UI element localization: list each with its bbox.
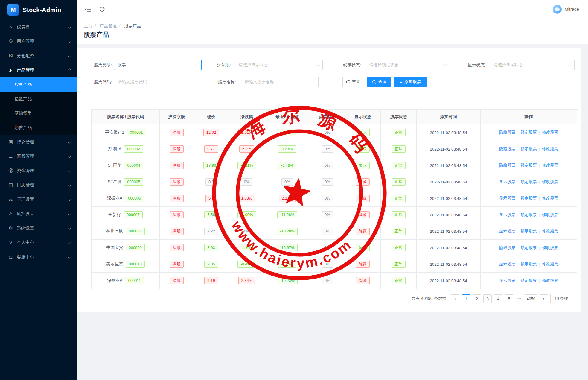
lock-stock-link[interactable]: 锁定股票 — [521, 262, 537, 267]
edit-stock-link[interactable]: 修改股票 — [542, 278, 558, 283]
edit-stock-link[interactable]: 修改股票 — [542, 179, 558, 185]
price-box-cell: 0.0 — [194, 174, 229, 190]
spread-cell: 0% — [310, 223, 345, 240]
sidebar-subitem[interactable]: 基础货币 — [0, 106, 77, 120]
chevron-down-icon — [68, 241, 71, 244]
sidebar-item[interactable]: ◭产品管理 — [0, 63, 77, 77]
page-size-select[interactable]: 10 条/页 — [550, 294, 577, 303]
breadcrumb-current: 股票产品 — [124, 23, 141, 28]
market-cell: 深股 — [160, 157, 194, 174]
sidebar-item[interactable]: ⚇用户管理 — [0, 34, 77, 48]
lock-stock-link[interactable]: 锁定股票 — [521, 130, 537, 135]
sidebar-item[interactable]: Ⓢ资金管理 — [0, 163, 77, 178]
refresh-icon[interactable] — [99, 7, 105, 12]
lock-stock-link[interactable]: 锁定股票 — [521, 229, 537, 234]
stock-name: 平安银行1 — [105, 130, 124, 135]
toggle-visibility-link[interactable]: 隐藏股票 — [499, 163, 515, 168]
page-button-2[interactable]: 2 — [473, 294, 481, 303]
stock-name-cell: 平安银行1000001 — [92, 124, 160, 141]
lock-stock-link[interactable]: 锁定股票 — [521, 278, 537, 283]
sidebar-item[interactable]: ⚲个人中心 — [0, 235, 77, 250]
hs-select[interactable]: 请选择显示状态 — [235, 60, 323, 70]
page-button-1[interactable]: 1 — [462, 294, 470, 303]
edit-stock-link[interactable]: 修改股票 — [542, 245, 558, 250]
sidebar-subitem[interactable]: 期货产品 — [0, 120, 77, 135]
page-ellipsis[interactable]: ••• — [516, 297, 523, 301]
lock-stock-link[interactable]: 锁定股票 — [521, 196, 537, 201]
edit-stock-link[interactable]: 修改股票 — [542, 196, 558, 201]
display-status-select[interactable]: 请选择显示状态 — [490, 60, 575, 70]
toggle-visibility-link[interactable]: 显示股票 — [499, 229, 515, 234]
toggle-visibility-link[interactable]: 显示股票 — [499, 278, 515, 283]
chevron-down-icon — [568, 63, 571, 66]
sidebar-subitem[interactable]: 股票产品 — [0, 77, 77, 92]
edit-stock-link[interactable]: 修改股票 — [542, 212, 558, 218]
sidebar-item[interactable]: ⚍新股管理 — [0, 149, 77, 163]
search-button[interactable]: 查询 — [367, 77, 391, 87]
sidebar-item[interactable]: ▤日志管理 — [0, 178, 77, 192]
toggle-visibility-link[interactable]: 隐藏股票 — [499, 130, 515, 135]
edit-stock-link[interactable]: 修改股票 — [542, 146, 558, 152]
lock-stock-link[interactable]: 锁定股票 — [521, 146, 537, 152]
stock-name: 中国宝安 — [106, 245, 123, 250]
spread-cell: 0% — [310, 174, 345, 190]
logs-icon: ▤ — [8, 182, 14, 188]
stock-code-tag: 000011 — [125, 277, 144, 284]
stock-name-cell: ST国华000004 — [92, 157, 160, 174]
lock-stock-link[interactable]: 锁定股票 — [521, 163, 537, 168]
stock-type-select[interactable]: 股票 — [114, 60, 202, 70]
lock-status-select[interactable]: 请选择锁定状态 — [365, 60, 450, 70]
reset-icon — [346, 80, 350, 84]
market-tag: 深股 — [170, 244, 184, 251]
page-buttons: 12345•••4050 — [462, 294, 537, 303]
sidebar-item[interactable]: ⚄分仓配资 — [0, 48, 77, 63]
stock-code-input[interactable] — [114, 77, 194, 87]
stock-status-tag: 正常 — [392, 162, 406, 169]
change-3d-box-cell: -11.26% — [265, 207, 310, 223]
lock-stock-link[interactable]: 锁定股票 — [521, 212, 537, 218]
stock-name-input[interactable] — [241, 77, 318, 87]
sidebar-submenu: 股票产品指数产品基础货币期货产品 — [0, 77, 77, 135]
prev-page-button[interactable]: ‹ — [451, 294, 459, 303]
page-button-4050[interactable]: 4050 — [525, 294, 537, 303]
sidebar-item[interactable]: ▣持仓管理 — [0, 135, 77, 149]
page-button-3[interactable]: 3 — [483, 294, 492, 303]
edit-stock-link[interactable]: 修改股票 — [542, 229, 558, 234]
breadcrumb-home[interactable]: 主页 — [84, 23, 92, 28]
add-stock-button[interactable]: + 添加股票 — [394, 77, 427, 87]
stock-name: 全新好 — [108, 212, 121, 218]
toggle-visibility-link[interactable]: 显示股票 — [499, 262, 515, 267]
stock-code-tag: 000001 — [127, 129, 146, 136]
table-row: 中国宝安000009深股8.63-1.6%-15.97%0%显示正常2022-1… — [92, 240, 578, 256]
edit-stock-link[interactable]: 修改股票 — [542, 130, 558, 135]
next-page-button[interactable]: › — [540, 294, 548, 303]
sidebar-subitem[interactable]: 指数产品 — [0, 92, 77, 106]
toggle-visibility-link[interactable]: 隐藏股票 — [499, 146, 515, 152]
edit-stock-link[interactable]: 修改股票 — [542, 262, 558, 267]
market-tag: 深股 — [170, 145, 184, 153]
page-button-4[interactable]: 4 — [494, 294, 502, 303]
menu-collapse-icon[interactable] — [85, 7, 91, 12]
toggle-visibility-link[interactable]: 显示股票 — [499, 196, 515, 201]
user-menu[interactable]: Mitrade — [553, 5, 579, 14]
toggle-visibility-link[interactable]: 显示股票 — [499, 212, 515, 218]
app-logo[interactable]: M Stock-Admin — [0, 0, 77, 20]
page-button-5[interactable]: 5 — [505, 294, 513, 303]
sidebar-item[interactable]: ⚎管理设置 — [0, 192, 77, 206]
lock-stock-link[interactable]: 锁定股票 — [521, 179, 537, 185]
lock-stock-link[interactable]: 锁定股票 — [521, 245, 537, 250]
sidebar-item[interactable]: ⚠风控设置 — [0, 206, 77, 221]
sidebar-item[interactable]: Ω客服中心 — [0, 250, 77, 264]
edit-stock-link[interactable]: 修改股票 — [542, 163, 558, 168]
toggle-visibility-link[interactable]: 隐藏股票 — [499, 245, 515, 250]
sidebar-item[interactable]: ⚙系统设置 — [0, 221, 77, 235]
reset-button[interactable]: 重置 — [342, 77, 363, 87]
sidebar-item[interactable]: ◔仪表盘 — [0, 20, 77, 34]
market-tag: 深股 — [170, 277, 184, 284]
change-box-cell: -0.49% — [229, 256, 265, 273]
column-header: 操作 — [481, 110, 577, 124]
spread-box: 0% — [322, 244, 333, 251]
breadcrumb-product[interactable]: 产品管理 — [100, 23, 117, 28]
toggle-visibility-link[interactable]: 显示股票 — [499, 179, 515, 185]
ipo-icon: ⚍ — [8, 153, 14, 159]
